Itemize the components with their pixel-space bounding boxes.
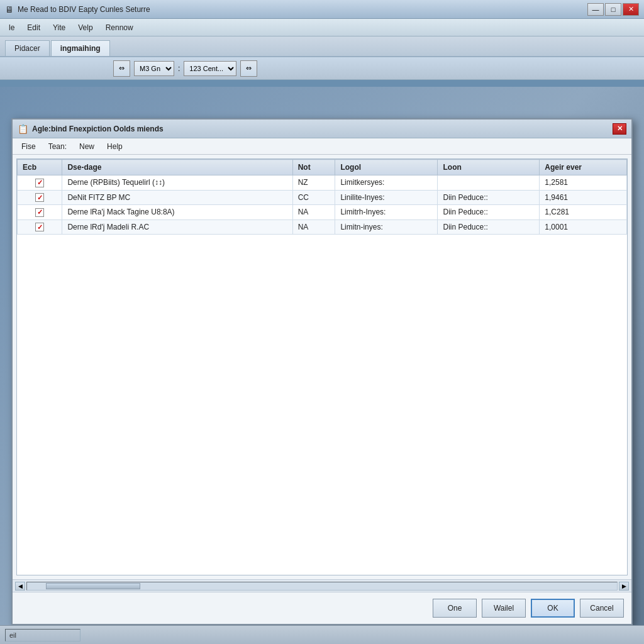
menu-item-le[interactable]: le — [3, 21, 21, 35]
table-row: DeNit FITZ BP MCCCLinilite-Inyes:Diin Pe… — [18, 190, 627, 205]
cell-loon-0 — [438, 175, 540, 191]
cell-loon-3: Diin Peduce:: — [438, 219, 540, 235]
scroll-left-button[interactable]: ◀ — [15, 582, 25, 591]
cell-logol-0: Limitkersyes: — [335, 175, 438, 191]
button-wailel[interactable]: Wailel — [482, 599, 526, 618]
dialog: 📋 Agle:bind Fnexpiction Oolds miends ✕ F… — [11, 118, 633, 625]
row-checkbox-0[interactable] — [35, 179, 44, 187]
cell-dsedage-1: DeNit FITZ BP MC — [62, 190, 292, 205]
menu-item-edit[interactable]: Edit — [21, 21, 47, 35]
scroll-thumb[interactable] — [46, 583, 140, 589]
toolbar-separator: : — [178, 64, 180, 73]
window-title: Me Read to BDIV Eapty Cunles Seturre — [18, 5, 150, 14]
tab-pidacer[interactable]: Pidacer — [5, 40, 50, 56]
row-checkbox-3[interactable] — [35, 223, 44, 231]
col-header-not: Not — [292, 160, 335, 175]
button-one[interactable]: One — [433, 599, 477, 618]
toolbar-btn-left[interactable]: ⇔ — [113, 60, 130, 77]
table-area: Ecb Dse-dage Not Logol Loon Ageir ever D… — [16, 158, 628, 575]
menu-item-velp[interactable]: Velp — [72, 21, 99, 35]
dialog-title-bar: 📋 Agle:bind Fnexpiction Oolds miends ✕ — [13, 119, 631, 138]
title-bar: 🖥 Me Read to BDIV Eapty Cunles Seturre —… — [0, 0, 644, 19]
dialog-menu-new[interactable]: New — [73, 140, 101, 153]
col-header-loon: Loon — [438, 160, 540, 175]
table-row: Derne lRa'j Mack Tagine U8:8A)NALimitrh-… — [18, 205, 627, 220]
cell-dsedage-2: Derne lRa'j Mack Tagine U8:8A) — [62, 205, 292, 220]
tabs-area: Pidacer ingmaihing — [0, 36, 644, 57]
button-ok[interactable]: OK — [531, 599, 575, 618]
cell-not-1: CC — [292, 190, 335, 205]
cell-dsedage-0: Derne (RPBiits) Tequelirl (↕↕) — [62, 175, 292, 191]
dialog-icon: 📋 — [18, 124, 28, 134]
button-cancel[interactable]: Cancel — [580, 599, 624, 618]
dialog-close-button[interactable]: ✕ — [613, 123, 626, 135]
scroll-right-button[interactable]: ▶ — [619, 582, 629, 591]
cell-dsedage-3: Derne lRd'j Madeli R.AC — [62, 219, 292, 235]
dialog-content: Ecb Dse-dage Not Logol Loon Ageir ever D… — [13, 155, 631, 624]
dialog-menu-help[interactable]: Help — [101, 140, 129, 153]
toolbar-secondary: ⇔ M3 Gn : 123 Cent... ⇔ — [0, 57, 644, 80]
toolbar-dropdown-2[interactable]: 123 Cent... — [184, 61, 236, 76]
close-button[interactable]: ✕ — [623, 3, 639, 16]
cell-logol-2: Limitrh-Inyes: — [335, 205, 438, 220]
cell-ageiever-2: 1,C281 — [540, 205, 627, 220]
cell-logol-3: Limitn-inyes: — [335, 219, 438, 235]
cell-loon-1: Diin Peduce:: — [438, 190, 540, 205]
dialog-inner: Ecb Dse-dage Not Logol Loon Ageir ever D… — [13, 155, 631, 592]
dialog-title: Agle:bind Fnexpiction Oolds miends — [32, 125, 164, 133]
col-header-dsedage: Dse-dage — [62, 160, 292, 175]
cell-ageiever-3: 1,0001 — [540, 219, 627, 235]
menu-item-yite[interactable]: Yite — [47, 21, 72, 35]
col-header-ecb: Ecb — [18, 160, 62, 175]
row-checkbox-2[interactable] — [35, 208, 44, 217]
maximize-button[interactable]: □ — [605, 3, 621, 16]
status-segment-1: eil — [5, 629, 80, 641]
toolbar-dropdown-1[interactable]: M3 Gn — [134, 61, 174, 76]
col-header-ageiever: Ageir ever — [540, 160, 627, 175]
app-icon: 🖥 — [5, 4, 14, 14]
cell-loon-2: Diin Peduce:: — [438, 205, 540, 220]
main-area: 📋 Agle:bind Fnexpiction Oolds miends ✕ F… — [0, 87, 644, 625]
menu-item-rennow[interactable]: Rennow — [99, 21, 140, 35]
dialog-menu-tean[interactable]: Tean: — [42, 140, 73, 153]
cell-logol-1: Linilite-Inyes: — [335, 190, 438, 205]
cell-ageiever-0: 1,2581 — [540, 175, 627, 191]
toolbar-btn-right[interactable]: ⇔ — [240, 60, 257, 77]
table-row: Derne lRd'j Madeli R.ACNALimitn-inyes:Di… — [18, 219, 627, 235]
data-table: Ecb Dse-dage Not Logol Loon Ageir ever D… — [17, 159, 627, 235]
table-row: Derne (RPBiits) Tequelirl (↕↕)NZLimitker… — [18, 175, 627, 191]
scrollbar-horizontal: ◀ ▶ — [13, 579, 631, 592]
row-checkbox-1[interactable] — [35, 193, 44, 202]
status-bar: eil — [0, 625, 644, 644]
dialog-menu: Fise Tean: New Help — [13, 138, 631, 155]
minimize-button[interactable]: — — [587, 3, 604, 16]
cell-ageiever-1: 1,9461 — [540, 190, 627, 205]
dialog-menu-fise[interactable]: Fise — [15, 140, 42, 153]
scroll-track[interactable] — [26, 582, 618, 591]
tab-ingmaihing[interactable]: ingmaihing — [51, 40, 110, 56]
dialog-buttons: One Wailel OK Cancel — [13, 592, 631, 624]
cell-not-2: NA — [292, 205, 335, 220]
cell-not-3: NA — [292, 219, 335, 235]
cell-not-0: NZ — [292, 175, 335, 191]
col-header-logol: Logol — [335, 160, 438, 175]
menu-bar: le Edit Yite Velp Rennow — [0, 19, 644, 36]
